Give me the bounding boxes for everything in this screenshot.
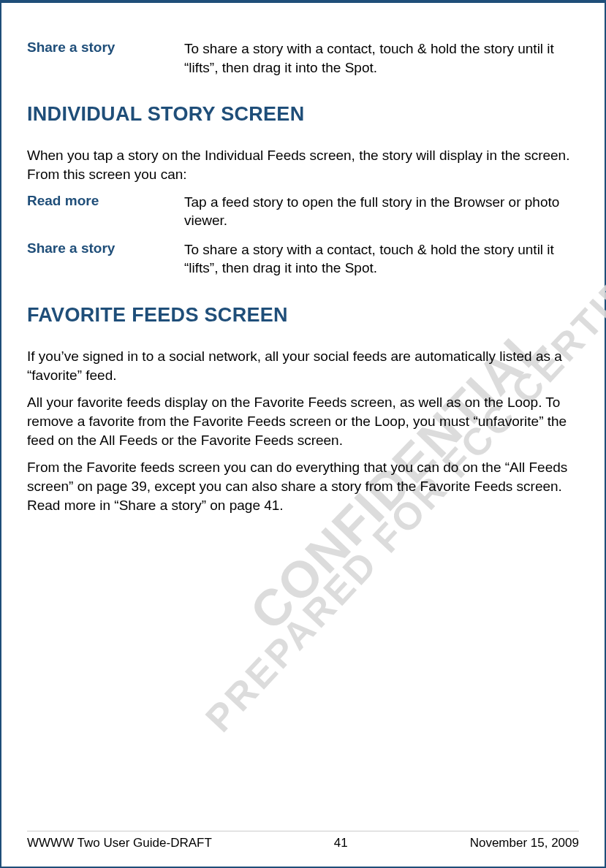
footer-page-number: 41	[334, 836, 348, 850]
definition-row: Share a story To share a story with a co…	[27, 240, 579, 278]
definition-term: Share a story	[27, 240, 184, 278]
definition-description: To share a story with a contact, touch &…	[184, 39, 579, 77]
definition-term: Share a story	[27, 39, 184, 77]
page-footer: WWWW Two User Guide-DRAFT 41 November 15…	[27, 831, 579, 850]
paragraph: All your favorite feeds display on the F…	[27, 393, 579, 449]
footer-left: WWWW Two User Guide-DRAFT	[27, 836, 212, 850]
definition-description: To share a story with a contact, touch &…	[184, 240, 579, 278]
definition-description: Tap a feed story to open the full story …	[184, 193, 579, 230]
paragraph: If you’ve signed in to a social network,…	[27, 347, 579, 384]
definition-term: Read more	[27, 193, 184, 230]
footer-right: November 15, 2009	[470, 836, 579, 850]
definition-row: Read more Tap a feed story to open the f…	[27, 193, 579, 230]
section-heading: FAVORITE FEEDS SCREEN	[27, 304, 579, 327]
paragraph: From the Favorite feeds screen you can d…	[27, 458, 579, 514]
section-heading: INDIVIDUAL STORY SCREEN	[27, 103, 579, 126]
definition-row: Share a story To share a story with a co…	[27, 39, 579, 77]
paragraph: When you tap a story on the Individual F…	[27, 146, 579, 183]
page-content: Share a story To share a story with a co…	[27, 39, 579, 514]
document-page: CONFIDENTIAL PREPARED FOR FCC CERTIFICAT…	[0, 0, 606, 868]
